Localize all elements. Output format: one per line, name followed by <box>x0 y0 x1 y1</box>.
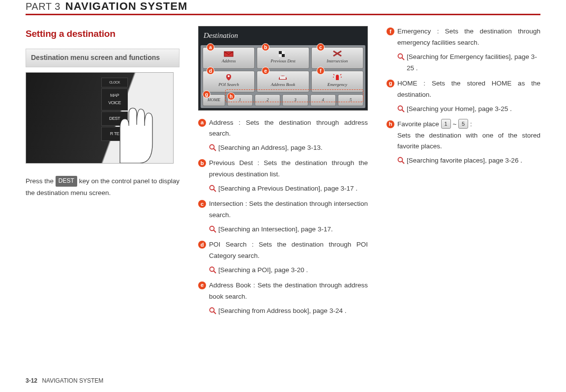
svg-rect-1 <box>279 51 282 54</box>
item-e: eAddress Book : Sets the destination thr… <box>198 280 368 303</box>
bullet-g: g <box>387 80 394 87</box>
svg-line-18 <box>402 57 405 60</box>
item-h: h Favorite place 1 ~ 5 : Sets the destin… <box>387 119 540 153</box>
subheading: Destination menu screen and functions <box>26 49 179 67</box>
ref-e: [Searching from Address book], page 3-24… <box>198 306 368 317</box>
ref-b: [Searching a Previous Destination], page… <box>198 183 368 195</box>
svg-line-8 <box>214 149 216 151</box>
ref-a: [Searching an Address], page 3-13. <box>198 142 368 154</box>
marker-e: e <box>262 67 269 75</box>
item-a: aAddress : Sets the destination through … <box>198 117 368 140</box>
part-label: PART 3 <box>26 1 60 12</box>
svg-point-7 <box>210 145 214 149</box>
bullet-a: a <box>198 119 206 127</box>
ref-h: [Searching favorite places], page 3-26 . <box>387 155 540 167</box>
marker-d: d <box>207 67 214 75</box>
destination-menu-screenshot: Destination Address Previous Dest Inters… <box>198 26 368 111</box>
magnifier-icon <box>209 185 216 192</box>
column-2: Destination Address Previous Dest Inters… <box>198 26 368 321</box>
magnifier-icon <box>209 144 216 151</box>
svg-point-21 <box>398 158 403 162</box>
magnifier-icon <box>397 105 405 112</box>
magnifier-icon <box>209 307 216 314</box>
item-b: bPrevious Dest : Sets the destination th… <box>198 158 368 180</box>
marker-c: c <box>317 43 325 51</box>
svg-rect-2 <box>282 51 285 54</box>
magnifier-icon <box>397 53 405 60</box>
column-1: Setting a destination Destination menu s… <box>26 26 179 321</box>
magnifier-icon <box>209 225 216 233</box>
dest-btn-fav-3: 3 <box>282 94 308 106</box>
numkey-5: 5 <box>458 119 468 129</box>
marker-h: h <box>227 92 235 100</box>
ref-g: [Searching your Home], page 3-25 . <box>387 104 540 115</box>
svg-point-5 <box>228 75 230 77</box>
ref-f: [Searching for Emergency facilities], pa… <box>387 52 540 74</box>
ref-c: [Searching an Intersection], page 3-17. <box>198 224 368 235</box>
bullet-b: b <box>198 159 206 167</box>
marker-g: g <box>203 90 210 98</box>
svg-point-9 <box>210 186 214 190</box>
footer-label: NAVIGATION SYSTEM <box>42 377 103 384</box>
header-title: NAVIGATION SYSTEM <box>65 0 187 13</box>
column-3: fEmergency : Sets the destination throug… <box>387 26 540 321</box>
svg-rect-3 <box>279 54 282 57</box>
panel-button-clock: CLOCK <box>101 78 128 87</box>
bullet-h: h <box>387 120 394 128</box>
bullet-e: e <box>198 281 206 289</box>
bullet-f: f <box>387 28 394 35</box>
dest-btn-fav-5: 5 <box>338 94 363 106</box>
section-title: Setting a destination <box>26 26 179 42</box>
svg-line-22 <box>402 162 405 164</box>
hand-illustration <box>95 94 164 163</box>
item-d: dPOI Search : Sets the destination throu… <box>198 239 368 262</box>
item-c: cIntersection : Sets the destination thr… <box>198 198 368 221</box>
magnifier-icon <box>209 266 216 274</box>
svg-point-13 <box>210 267 214 271</box>
svg-point-19 <box>398 106 403 110</box>
item-f: fEmergency : Sets the destination throug… <box>387 26 540 49</box>
svg-rect-4 <box>282 54 285 57</box>
magnifier-icon <box>397 157 405 164</box>
svg-point-11 <box>210 226 214 231</box>
page-number: 3-12 <box>26 377 37 384</box>
item-g: gHOME : Sets the stored HOME as the dest… <box>387 78 540 101</box>
marker-b: b <box>262 43 269 51</box>
page-footer: 3-12 NAVIGATION SYSTEM <box>26 377 103 384</box>
svg-line-10 <box>214 190 216 192</box>
dest-btn-fav-4: 4 <box>310 94 336 106</box>
marker-f: f <box>317 67 325 75</box>
dest-key-badge: DEST <box>56 176 77 187</box>
svg-line-20 <box>402 110 405 112</box>
svg-rect-6 <box>280 76 286 79</box>
numkey-1: 1 <box>441 119 451 129</box>
instruction-text: Press the DEST key on the control panel … <box>26 175 179 199</box>
dest-btn-fav-2: 2 <box>255 94 280 106</box>
bullet-d: d <box>198 241 206 249</box>
page-header: PART 3 NAVIGATION SYSTEM <box>26 0 540 15</box>
svg-line-16 <box>214 311 216 314</box>
svg-line-14 <box>214 271 216 273</box>
control-panel-photo: CLOCK MAP VOICE DEST R TE <box>26 72 174 164</box>
svg-line-12 <box>214 230 216 233</box>
marker-a: a <box>207 43 214 51</box>
ref-d: [Searching a POI], page 3-20 . <box>198 265 368 276</box>
svg-point-17 <box>398 54 403 58</box>
svg-point-15 <box>210 308 214 312</box>
bullet-c: c <box>198 200 206 208</box>
